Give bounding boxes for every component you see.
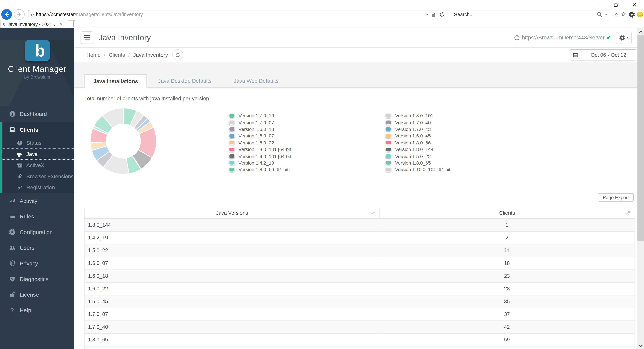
scrollbar-thumb[interactable] — [638, 36, 644, 241]
tab-panel: Total number of clients with java instal… — [74, 88, 638, 349]
tab-java-web-defaults[interactable]: Java Web Defaults — [223, 74, 290, 87]
refresh-page-icon[interactable] — [439, 12, 444, 17]
search-input[interactable] — [453, 11, 597, 18]
sidebar-toggle-button[interactable] — [81, 31, 94, 44]
legend-item[interactable]: Version 1.4.2_19 — [229, 160, 386, 166]
favorites-star-icon[interactable]: ☆ — [621, 11, 626, 18]
sidebar-item-label: Rules — [20, 213, 34, 219]
window-minimize-button[interactable]: – — [588, 0, 607, 9]
window-restore-button[interactable] — [607, 0, 626, 9]
sidebar-item-users[interactable]: Users — [0, 240, 74, 255]
sidebar-item-java[interactable]: Java — [2, 149, 74, 160]
legend-item[interactable]: Version 1.7.0_43 — [386, 126, 542, 133]
cell-clients: 35 — [379, 295, 634, 308]
legend-item[interactable]: Version 1.7.0_07 — [229, 119, 386, 126]
cell-clients: 18 — [379, 257, 634, 269]
legend-swatch — [229, 120, 234, 125]
scroll-down-arrow[interactable] — [638, 342, 644, 349]
sidebar-item-activex[interactable]: ActiveX — [2, 160, 74, 171]
legend-item[interactable]: Version 1.6.0_07 — [229, 133, 386, 139]
legend-item[interactable]: Version 1.7.0_40 — [386, 119, 542, 126]
search-icon[interactable] — [597, 12, 602, 17]
sidebar-item-status[interactable]: Status — [2, 137, 74, 149]
sidebar-item-rules[interactable]: Rules — [0, 209, 74, 224]
sidebar-item-browser-extensions[interactable]: Browser Extensions — [2, 171, 74, 182]
browser-tab[interactable]: e Java Inventory - 2021/10/06... × — [0, 20, 65, 28]
legend-item[interactable]: Version 1.7.0_19 — [229, 112, 386, 119]
page-scrollbar[interactable] — [638, 28, 644, 349]
new-tab-button[interactable]: * — [68, 21, 74, 27]
cell-java-version: 1.8.0_65 — [84, 333, 380, 346]
settings-gear-icon[interactable] — [628, 11, 635, 18]
cell-clients: 42 — [379, 320, 634, 333]
sidebar-item-label: ActiveX — [26, 162, 44, 168]
tab-close-icon[interactable]: × — [59, 22, 62, 26]
legend-item[interactable]: Version 1.8.0_66 — [386, 139, 542, 146]
app-logo: b Client Manager by Browsium — [0, 40, 74, 106]
column-header-java-versions[interactable]: Java Versions — [84, 208, 380, 218]
scroll-up-arrow[interactable] — [638, 28, 644, 35]
legend-item[interactable]: Version 1.8.0_66 [64-bit] — [229, 166, 386, 173]
sort-amount-icon[interactable] — [626, 210, 631, 216]
clients-icon — [8, 126, 16, 133]
sidebar-item-configuration[interactable]: Configuration — [0, 224, 74, 240]
sidebar-item-diagnostics[interactable]: Diagnostics — [0, 271, 74, 287]
legend-swatch — [229, 147, 234, 152]
sidebar-item-activity[interactable]: Activity — [0, 193, 74, 209]
smiley-feedback-icon[interactable] — [637, 11, 643, 18]
forward-arrow-icon — [16, 12, 22, 17]
sidebar-item-license[interactable]: License — [0, 287, 74, 302]
sidebar-item-label: Dashboard — [20, 111, 47, 117]
key-icon — [16, 185, 23, 190]
browsium-logo-icon: b — [25, 40, 50, 61]
legend-item[interactable]: Version 1.8.0_144 — [386, 146, 542, 153]
sidebar-item-dashboard[interactable]: Dashboard — [0, 106, 74, 122]
sidebar-item-privacy[interactable]: Privacy — [0, 255, 74, 271]
home-icon[interactable]: ⌂ — [614, 11, 618, 18]
search-box[interactable]: ▾ — [450, 10, 610, 19]
address-dropdown-icon[interactable]: ▾ — [426, 13, 428, 16]
column-header-clients[interactable]: Clients — [379, 208, 634, 218]
product-name: Client Manager — [0, 65, 74, 74]
sidebar-group-clients: Clients Status Java — [0, 122, 74, 193]
sidebar-item-label: Users — [20, 245, 34, 251]
date-range-label: Oct 06 - Oct 12 — [581, 50, 636, 60]
legend-item[interactable]: Version 1.8.0_101 [64-bit] — [229, 146, 386, 153]
address-bar[interactable]: e https://bcmstester/manager/clients/jav… — [28, 10, 448, 19]
server-status: https://BrowsiumDemo:443/Server ✔ — [514, 35, 611, 41]
legend-swatch — [386, 113, 391, 118]
sidebar: b Client Manager by Browsium Dashboard — [0, 28, 74, 349]
tab-java-desktop-defaults[interactable]: Java Desktop Defaults — [147, 74, 222, 87]
settings-dropdown-button[interactable]: ▾ — [616, 32, 632, 44]
breadcrumb-home[interactable]: Home — [86, 52, 100, 58]
sidebar-item-registration[interactable]: Registration — [2, 182, 74, 193]
sort-both-icon[interactable] — [371, 210, 376, 216]
legend-item[interactable]: Version 1.6.0_45 — [386, 133, 542, 139]
date-range-picker[interactable]: Oct 06 - Oct 12 — [570, 49, 636, 60]
breadcrumb: Home / Clients / Java Inventory — [74, 48, 638, 62]
legend-item[interactable]: Version 1.6.0_18 — [229, 126, 386, 133]
legend-item[interactable]: Version 1.9.0_101 [64-bit] — [229, 153, 386, 160]
sidebar-item-clients[interactable]: Clients — [2, 122, 74, 137]
sidebar-item-help[interactable]: ? Help — [0, 302, 74, 318]
legend-item[interactable]: Version 1.8.0_101 — [386, 112, 542, 119]
page-export-button[interactable]: Page Export — [598, 193, 634, 201]
legend-item[interactable]: Version 1.6.0_22 — [229, 139, 386, 146]
ie-favicon: e — [31, 12, 34, 17]
gear-icon — [8, 229, 16, 235]
tab-java-installations[interactable]: Java Installations — [84, 75, 147, 88]
new-tab-spark-icon: * — [73, 19, 75, 24]
search-dropdown-icon[interactable]: ▾ — [605, 13, 607, 16]
legend-item[interactable]: Version 1.5.0_22 — [386, 153, 542, 160]
window-close-button[interactable]: × — [626, 0, 644, 9]
cell-java-version: 1.6.0_18 — [84, 269, 380, 282]
breadcrumb-clients[interactable]: Clients — [109, 52, 125, 58]
forward-button[interactable] — [14, 9, 25, 20]
legend-item[interactable]: Version 1.8.0_65 — [386, 160, 542, 166]
refresh-button[interactable] — [172, 49, 184, 60]
cell-clients: 1 — [379, 218, 634, 231]
refresh-icon — [175, 52, 180, 57]
legend-item[interactable]: Version 1.10.0_101 [64-bit] — [386, 166, 542, 173]
back-button[interactable] — [1, 9, 12, 20]
cell-java-version: 1.4.2_19 — [84, 231, 380, 244]
